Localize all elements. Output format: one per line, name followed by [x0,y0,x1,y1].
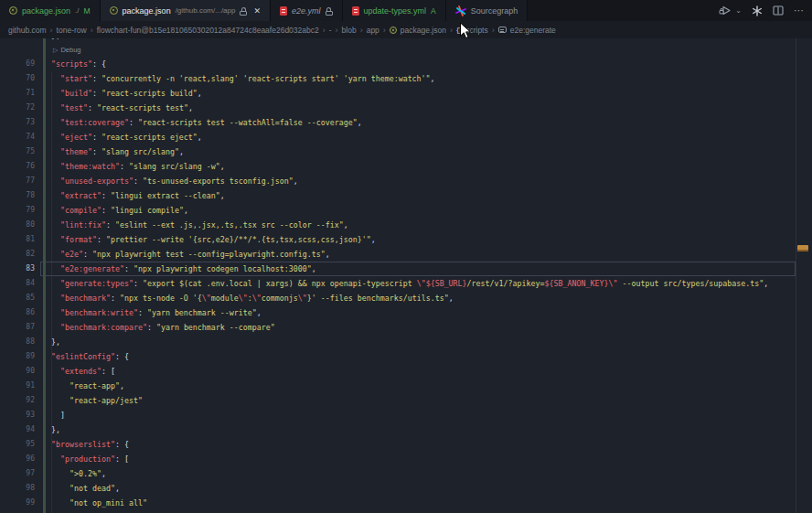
code-line-73[interactable]: 73 "test:coverage": "react-scripts test … [0,115,812,130]
breadcrumb-item-blob[interactable]: blob [342,26,357,35]
symbol-string-icon [498,27,507,33]
close-icon[interactable]: ✕ [253,6,261,16]
line-number[interactable]: 69 [0,57,35,71]
tab-e2e-yml[interactable]: e2e.yml [271,0,343,21]
more-actions-icon[interactable]: ⋯ [794,5,805,16]
code-line-93[interactable]: 93 ] [0,408,812,422]
code-text: "not op_mini all" [42,496,147,510]
breadcrumb-item-flowchart-fun-b15e1810650302012a84724c8eaafe26d032abc2[interactable]: flowchart-fun@b15e1810650302012a84724c8e… [97,26,319,35]
line-number[interactable]: 81 [0,232,35,247]
code-line-81[interactable]: 81 "format": "prettier --write '{src,e2e… [0,232,812,247]
code-text: "production": [ [42,452,129,466]
line-number[interactable]: 96 [0,452,35,466]
line-number[interactable]: 75 [0,144,35,159]
breadcrumb-item-tone-row[interactable]: tone-row [57,26,87,35]
breadcrumb-item-e2e-generate[interactable]: e2e:generate [498,26,556,35]
split-editor-icon[interactable] [773,5,784,16]
line-number[interactable]: 90 [0,364,35,379]
line-number[interactable]: 74 [0,130,35,144]
line-number[interactable]: 93 [0,408,35,422]
code-line-80[interactable]: 80 "lint:fix": "eslint --ext .js,.jsx,.t… [0,218,812,232]
code-line-70[interactable]: 70 "start": "concurrently -n 'react,slan… [0,71,812,86]
code-line-94[interactable]: 94 }, [0,422,812,437]
run-menu-icon[interactable] [719,5,732,16]
tab-sourcegraph[interactable]: Sourcegraph [446,0,529,21]
line-number[interactable]: 71 [0,86,35,101]
code-text: "react-app/jest" [42,393,143,408]
line-number[interactable]: 70 [0,71,35,86]
code-line-91[interactable]: 91 "react-app", [0,379,812,393]
sourcegraph-action-icon[interactable] [752,5,763,16]
line-number[interactable]: 88 [0,335,35,349]
code-line-89[interactable]: 89 "eslintConfig": { [0,349,812,364]
line-number[interactable]: 72 [0,101,35,115]
line-number[interactable]: 91 [0,379,35,393]
code-line-71[interactable]: 71 "build": "react-scripts build", [0,86,812,101]
tab-description: ./ [75,6,79,15]
code-line-87[interactable]: 87 "benchmark:compare": "yarn benchmark … [0,320,812,335]
chevron-down-icon[interactable]: ⌄ [735,6,742,15]
code-line-69[interactable]: 69 "scripts": { [0,57,812,71]
breadcrumb-label: github.com [8,26,47,35]
scrollbar-track[interactable] [796,38,812,513]
line-number[interactable]: 98 [0,481,35,496]
tab-update-types-yml[interactable]: update-types.yml A [343,0,446,21]
line-number[interactable]: 82 [0,247,35,262]
line-number[interactable]: 80 [0,218,35,232]
code-line-79[interactable]: 79 "compile": "lingui compile", [0,203,812,218]
code-line-88[interactable]: 88 }, [0,335,812,349]
code-line-78[interactable]: 78 "extract": "lingui extract --clean", [0,188,812,203]
breadcrumb-label: flowchart-fun@b15e1810650302012a84724c8e… [97,26,319,35]
code-line-96[interactable]: 96 "production": [ [0,452,812,466]
line-number[interactable]: 94 [0,422,35,437]
line-number[interactable]: 78 [0,188,35,203]
code-editor[interactable]: }, ▷Debug 69 "scripts": {70 "start": "co… [0,38,812,513]
breadcrumb-item-app[interactable]: app [367,26,379,35]
breadcrumb-item-scripts[interactable]: {}scripts [456,26,488,35]
code-line-74[interactable]: 74 "eject": "react-scripts eject", [0,130,812,144]
code-line-99[interactable]: 99 "not op_mini all" [0,496,812,510]
npm-file-icon [110,6,118,15]
breadcrumb-item-github-com[interactable]: github.com [8,26,47,35]
tab-label: package.json [22,6,70,16]
code-text: "unused-exports": "ts-unused-exports tsc… [42,174,298,188]
line-number[interactable]: 85 [0,291,35,305]
chevron-right-icon: › [360,26,363,35]
debug-codelens[interactable]: ▷Debug [0,43,812,57]
line-number[interactable]: 86 [0,305,35,320]
code-line-82[interactable]: 82 "e2e": "npx playwright test --config=… [0,247,812,262]
code-line-77[interactable]: 77 "unused-exports": "ts-unused-exports … [0,174,812,188]
code-line-85[interactable]: 85 "benchmark": "npx ts-node -O '{\"modu… [0,291,812,305]
code-line-84[interactable]: 84 "generate:types": "export $(cat .env.… [0,276,812,291]
tab-package-json-local[interactable]: package.json ./ M [0,0,101,21]
line-number[interactable]: 99 [0,496,35,510]
line-number[interactable]: 84 [0,276,35,291]
line-number[interactable]: 73 [0,115,35,130]
code-line-72[interactable]: 72 "test": "react-scripts test", [0,101,812,115]
line-number[interactable]: 92 [0,393,35,408]
breadcrumb-label: blob [342,26,357,35]
code-line-97[interactable]: 97 ">0.2%", [0,466,812,481]
line-number[interactable]: 83 [0,262,35,276]
line-number[interactable]: 79 [0,203,35,218]
lock-icon [326,7,333,16]
code-text: ">0.2%", [42,466,106,481]
code-line-95[interactable]: 95 "browserslist": { [0,437,812,452]
line-number[interactable]: 87 [0,320,35,335]
code-line-75[interactable]: 75 "theme": "slang src/slang", [0,144,812,159]
line-number[interactable]: 76 [0,159,35,174]
code-line-92[interactable]: 92 "react-app/jest" [0,393,812,408]
code-line-90[interactable]: 90 "extends": [ [0,364,812,379]
line-number[interactable]: 77 [0,174,35,188]
breadcrumb-item-package-json[interactable]: package.json [390,26,446,35]
code-line-98[interactable]: 98 "not dead", [0,481,812,496]
line-number[interactable]: 95 [0,437,35,452]
code-text: "scripts": { [42,57,106,71]
line-number[interactable]: 89 [0,349,35,364]
tab-package-json-remote[interactable]: package.json /github.com/.../app ✕ [101,0,271,21]
line-number[interactable]: 97 [0,466,35,481]
code-line-83[interactable]: 83 "e2e:generate": "npx playwright codeg… [0,262,812,276]
code-line-86[interactable]: 86 "benchmark:write": "yarn benchmark --… [0,305,812,320]
breadcrumb-item--[interactable]: - [329,26,332,35]
code-line-76[interactable]: 76 "theme:watch": "slang src/slang -w", [0,159,812,174]
